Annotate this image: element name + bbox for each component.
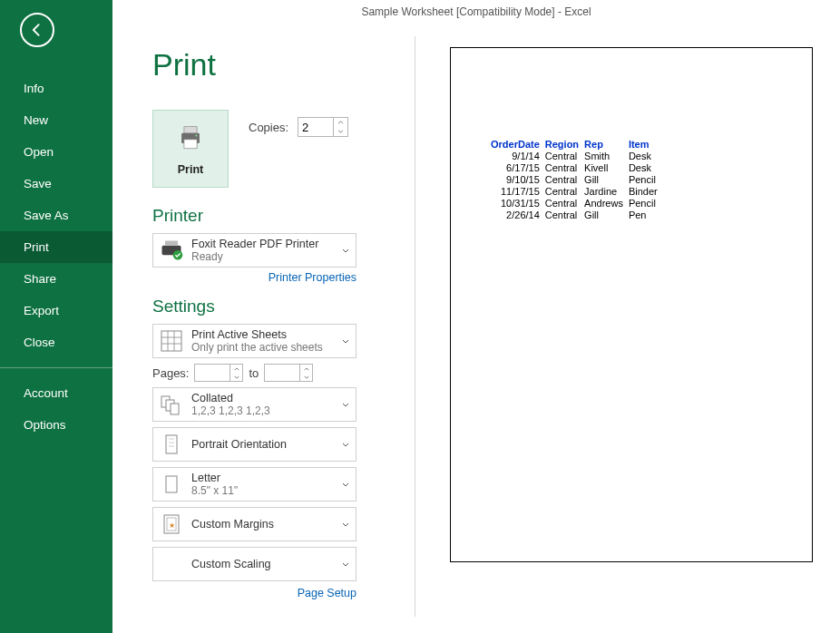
preview-cell: Central: [545, 209, 584, 221]
preview-cell: Desk: [629, 151, 663, 162]
pages-to-input[interactable]: [265, 365, 299, 381]
page-title: Print: [152, 47, 397, 83]
paper-size-select[interactable]: Letter 8.5" x 11": [152, 467, 357, 502]
paper-line2: 8.5" x 11": [191, 484, 334, 497]
pages-to-label: to: [249, 366, 259, 380]
page-setup-link[interactable]: Page Setup: [152, 587, 357, 599]
printer-select[interactable]: Foxit Reader PDF Printer Ready: [152, 233, 357, 268]
orientation-line1: Portrait Orientation: [191, 438, 334, 451]
printer-name: Foxit Reader PDF Printer: [191, 238, 334, 250]
collate-select[interactable]: Collated 1,2,3 1,2,3 1,2,3: [152, 387, 357, 422]
preview-header: OrderDate: [491, 139, 545, 151]
sidebar-item-print[interactable]: Print: [0, 231, 112, 263]
sidebar-item-save-as[interactable]: Save As: [0, 200, 112, 231]
chevron-down-icon: [342, 562, 349, 567]
print-button-label: Print: [178, 163, 203, 176]
preview-row: 2/26/14CentralGillPen: [491, 209, 663, 221]
printer-status-icon: [159, 238, 184, 263]
collate-line1: Collated: [191, 392, 334, 404]
margins-select[interactable]: ★ Custom Margins: [152, 507, 357, 541]
preview-cell: Desk: [629, 162, 663, 174]
pages-to-up[interactable]: [300, 365, 312, 373]
sidebar-item-share[interactable]: Share: [0, 263, 112, 295]
chevron-down-icon: [342, 403, 349, 407]
preview-cell: Pencil: [629, 198, 663, 209]
print-what-line2: Only print the active sheets: [191, 341, 334, 354]
preview-cell: 10/31/15: [491, 198, 545, 209]
print-button[interactable]: Print: [152, 110, 229, 188]
pages-from-down[interactable]: [230, 373, 242, 381]
preview-cell: Central: [545, 186, 584, 198]
sidebar-item-save[interactable]: Save: [0, 168, 112, 200]
sidebar-item-export[interactable]: Export: [0, 295, 112, 326]
preview-cell: Central: [545, 162, 584, 174]
paper-icon: [159, 472, 184, 497]
printer-status: Ready: [191, 250, 334, 263]
copies-down-button[interactable]: [334, 127, 347, 136]
chevron-up-icon: [337, 121, 344, 124]
settings-heading: Settings: [152, 297, 397, 316]
preview-cell: Kivell: [584, 162, 629, 174]
sheets-icon: [159, 328, 184, 354]
preview-cell: Gill: [584, 174, 629, 186]
back-button[interactable]: [20, 13, 54, 47]
margins-line1: Custom Margins: [191, 518, 334, 531]
chevron-down-icon: [342, 522, 349, 527]
preview-table: OrderDateRegionRepItem 9/1/14CentralSmit…: [491, 139, 663, 221]
sidebar-item-new[interactable]: New: [0, 104, 112, 136]
svg-text:★: ★: [169, 521, 175, 530]
pages-to-spinner[interactable]: [264, 364, 313, 382]
chevron-down-icon: [337, 130, 344, 133]
preview-page: OrderDateRegionRepItem 9/1/14CentralSmit…: [450, 47, 813, 562]
arrow-left-icon: [28, 21, 46, 39]
sidebar-item-open[interactable]: Open: [0, 136, 112, 168]
printer-properties-link[interactable]: Printer Properties: [152, 271, 357, 284]
copies-input[interactable]: [298, 118, 333, 136]
chevron-down-icon: [342, 443, 349, 447]
backstage-sidebar: Info New Open Save Save As Print Share E…: [0, 0, 112, 633]
preview-cell: Pencil: [629, 174, 663, 186]
pages-to-down[interactable]: [300, 373, 312, 381]
collate-line2: 1,2,3 1,2,3 1,2,3: [191, 404, 334, 417]
print-what-select[interactable]: Print Active Sheets Only print the activ…: [152, 324, 357, 358]
svg-rect-10: [171, 404, 179, 414]
pages-from-up[interactable]: [230, 365, 242, 373]
sidebar-divider: [0, 367, 112, 368]
collate-icon: [159, 392, 184, 417]
pages-label: Pages:: [152, 366, 189, 380]
pages-from-input[interactable]: [195, 365, 230, 381]
chevron-down-icon: [342, 248, 349, 253]
scaling-select[interactable]: Custom Scaling: [152, 547, 357, 581]
printer-heading-label: Printer: [152, 206, 203, 225]
sidebar-item-close[interactable]: Close: [0, 326, 112, 358]
chevron-down-icon: [342, 482, 349, 487]
preview-cell: Central: [545, 198, 584, 209]
scaling-line1: Custom Scaling: [191, 558, 334, 570]
sidebar-item-account[interactable]: Account: [0, 377, 112, 409]
vertical-divider: [397, 47, 432, 633]
preview-header: Rep: [584, 139, 629, 151]
preview-cell: Jardine: [584, 186, 629, 198]
preview-row: 6/17/15CentralKivellDesk: [491, 162, 663, 174]
preview-row: 9/10/15CentralGillPencil: [491, 174, 663, 186]
preview-row: 9/1/14CentralSmithDesk: [491, 151, 663, 162]
orientation-select[interactable]: Portrait Orientation: [152, 427, 357, 462]
svg-rect-2: [184, 140, 197, 149]
sidebar-item-info[interactable]: Info: [0, 73, 112, 104]
window-title: Sample Worksheet [Compatibility Mode] - …: [112, 0, 840, 22]
svg-rect-7: [161, 331, 181, 351]
chevron-down-icon: [342, 339, 349, 344]
preview-cell: Central: [545, 174, 584, 186]
svg-rect-1: [184, 127, 197, 133]
preview-cell: Smith: [584, 151, 629, 162]
copies-up-button[interactable]: [334, 118, 347, 127]
preview-cell: Gill: [584, 209, 629, 221]
preview-header: Region: [545, 139, 584, 151]
orientation-icon: [159, 432, 184, 457]
pages-from-spinner[interactable]: [194, 364, 243, 382]
print-what-line1: Print Active Sheets: [191, 328, 334, 341]
sidebar-item-options[interactable]: Options: [0, 409, 112, 441]
copies-spinner[interactable]: [298, 117, 348, 137]
scaling-icon: [159, 551, 184, 577]
svg-point-3: [195, 134, 197, 136]
